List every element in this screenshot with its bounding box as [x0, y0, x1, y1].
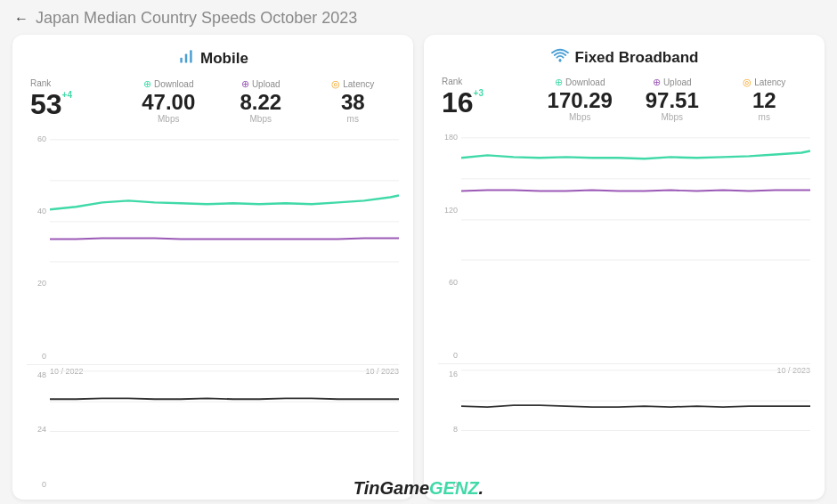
- fixed-download-icon: ⊕: [555, 77, 563, 88]
- fixed-upload: ⊕ Upload 97.51 Mbps: [626, 77, 719, 122]
- mobile-stats: Rank 53 +4 ⊕ Download 47.00 Mbps ⊕ Uploa…: [27, 78, 399, 124]
- mobile-main-chart: 60 40 20 0: [27, 131, 399, 365]
- back-button[interactable]: ←: [14, 11, 28, 27]
- page-header: ← Japan Median Country Speeds October 20…: [0, 0, 837, 35]
- mobile-panel: Mobile Rank 53 +4 ⊕ Download 47.00 Mbps: [12, 35, 413, 500]
- mobile-title: Mobile: [200, 50, 248, 68]
- fixed-panel-header: Fixed Broadband: [438, 47, 810, 68]
- fixed-latency-chart: 16 8 0 10 / 2023: [438, 366, 810, 492]
- fixed-latency-y-labels: 16 8 0: [438, 366, 458, 492]
- latency-icon: ◎: [331, 78, 340, 90]
- panels-container: Mobile Rank 53 +4 ⊕ Download 47.00 Mbps: [0, 35, 837, 500]
- fixed-chart-area: 180 120 60 0 16: [438, 129, 810, 491]
- fixed-stats: Rank 16 +3 ⊕ Download 170.29 Mbps ⊕ Uplo…: [438, 77, 810, 122]
- download-icon: ⊕: [143, 78, 151, 90]
- upload-icon: ⊕: [241, 78, 249, 90]
- wifi-icon: [550, 47, 570, 68]
- fixed-y-labels: 180 120 60 0: [438, 129, 458, 363]
- fixed-upload-icon: ⊕: [653, 77, 661, 88]
- mobile-upload: ⊕ Upload 8.22 Mbps: [215, 78, 307, 124]
- mobile-latency: ◎ Latency 38 ms: [307, 78, 400, 124]
- fixed-title: Fixed Broadband: [575, 49, 699, 67]
- fixed-download: ⊕ Download 170.29 Mbps: [534, 77, 627, 122]
- mobile-rank: Rank 53 +4: [27, 78, 123, 118]
- mobile-main-svg: [50, 131, 399, 271]
- fixed-main-chart: 180 120 60 0: [438, 129, 810, 364]
- mobile-chart-area: 60 40 20 0: [27, 131, 399, 491]
- mobile-latency-svg: [50, 367, 399, 436]
- svg-rect-0: [180, 58, 183, 63]
- mobile-panel-header: Mobile: [27, 47, 399, 69]
- svg-point-10: [558, 60, 561, 62]
- fixed-main-svg: [461, 129, 810, 269]
- svg-rect-2: [190, 50, 192, 62]
- fixed-latency-icon: ◎: [743, 77, 752, 88]
- mobile-download: ⊕ Download 47.00 Mbps: [123, 78, 215, 124]
- fixed-latency-svg: [461, 366, 810, 435]
- mobile-latency-chart: 48 24 0 10 / 2022 10 / 2023: [27, 367, 399, 492]
- page-title: Japan Median Country Speeds October 2023: [36, 9, 357, 28]
- mobile-icon: [177, 47, 195, 69]
- svg-rect-1: [185, 54, 188, 63]
- fixed-latency: ◎ Latency 12 ms: [719, 77, 811, 122]
- mobile-y-labels: 60 40 20 0: [27, 131, 46, 364]
- fixed-rank: Rank 16 +3: [438, 77, 534, 117]
- watermark: TinGameGENZ.: [353, 478, 484, 499]
- mobile-latency-y-labels: 48 24 0: [27, 367, 46, 492]
- fixed-panel: Fixed Broadband Rank 16 +3 ⊕ Download 17…: [424, 35, 825, 500]
